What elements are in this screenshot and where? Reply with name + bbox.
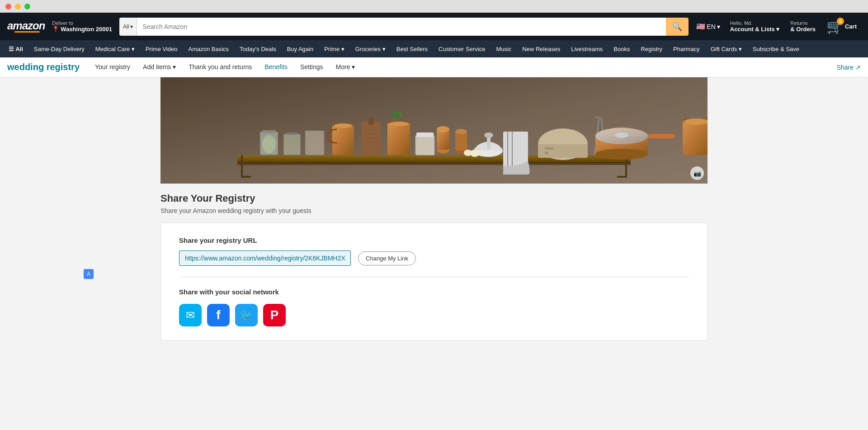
divider [179, 277, 689, 277]
navbar: ☰ All Same-Day Delivery Medical Care ▾ P… [0, 40, 868, 57]
search-bar: All ▾ 🔍 [119, 18, 689, 36]
content-area: Share Your Registry Share your Amazon we… [0, 184, 868, 350]
svg-point-33 [484, 132, 493, 138]
svg-rect-14 [368, 117, 374, 125]
svg-rect-7 [283, 134, 301, 155]
subnav-your-registry[interactable]: Your registry [89, 57, 137, 77]
search-category-select[interactable]: All ▾ [119, 18, 137, 36]
nav-prime[interactable]: Prime ▾ [319, 43, 349, 56]
pinterest-icon: P [270, 308, 279, 322]
svg-text:00: 00 [545, 151, 548, 155]
share-pinterest-button[interactable]: P [263, 304, 286, 326]
close-button[interactable] [5, 4, 11, 9]
nav-medical[interactable]: Medical Care ▾ [90, 43, 140, 56]
logo-arrow [13, 31, 40, 33]
nav-prime-video[interactable]: Prime Video [141, 43, 183, 56]
svg-point-22 [392, 111, 399, 118]
returns-button[interactable]: Returns & Orders [786, 18, 820, 35]
page-subtitle: Share your Amazon wedding registry with … [160, 207, 708, 214]
deliver-city: 📍 Washington 20001 [52, 26, 112, 33]
translate-symbol: A [87, 271, 90, 277]
hero-kitchen-image: TIPO 00 [160, 77, 708, 184]
nav-pharmacy[interactable]: Pharmacy [668, 43, 705, 56]
flag-icon: 🇺🇸 [696, 22, 705, 31]
registry-url-input[interactable] [179, 250, 351, 266]
svg-point-50 [615, 132, 628, 138]
camera-icon[interactable]: 📷 [690, 166, 704, 180]
cart-icon-container: 🛒 0 [826, 19, 843, 34]
share-facebook-button[interactable]: f [207, 304, 230, 326]
cart-count: 0 [837, 18, 844, 25]
sub-nav: wedding registry Your registry Add items… [0, 57, 868, 77]
svg-rect-52 [683, 120, 708, 155]
svg-rect-24 [416, 132, 434, 137]
maximize-button[interactable] [24, 4, 30, 9]
svg-point-35 [464, 150, 472, 156]
subnav-thank-you[interactable]: Thank you and returns [182, 57, 258, 77]
subnav-settings[interactable]: Settings [294, 57, 330, 77]
svg-rect-19 [387, 123, 410, 155]
nav-amazon-basics[interactable]: Amazon Basics [184, 43, 234, 56]
search-icon: 🔍 [672, 22, 682, 32]
search-button[interactable]: 🔍 [666, 18, 689, 36]
svg-point-12 [334, 123, 352, 128]
change-link-button[interactable]: Change My Link [358, 251, 416, 265]
cart-button[interactable]: 🛒 0 Cart [822, 16, 861, 37]
search-input[interactable] [137, 18, 666, 36]
svg-point-6 [262, 135, 276, 153]
translate-icon[interactable]: A [84, 269, 94, 279]
pin-icon: 📍 [52, 26, 59, 33]
nav-buy-again[interactable]: Buy Again [282, 43, 319, 56]
nav-best-sellers[interactable]: Best Sellers [392, 43, 433, 56]
cart-label: Cart [845, 23, 857, 30]
nav-music[interactable]: Music [491, 43, 516, 56]
svg-point-30 [455, 129, 467, 134]
svg-point-27 [437, 126, 449, 132]
nav-books[interactable]: Books [609, 43, 635, 56]
deliver-to[interactable]: Deliver to 📍 Washington 20001 [49, 19, 115, 33]
share-top-button[interactable]: Share ↗ [837, 64, 861, 71]
nav-livestreams[interactable]: Livestreams [566, 43, 608, 56]
deliver-label: Deliver to [52, 20, 112, 26]
share-email-button[interactable]: ✉ [179, 304, 202, 326]
social-label: Share with your social network [179, 288, 689, 296]
share-twitter-button[interactable]: 🐦 [235, 304, 258, 326]
language-selector[interactable]: 🇺🇸 EN ▾ [693, 20, 723, 33]
subnav-benefits[interactable]: Benefits [258, 57, 294, 77]
titlebar [0, 0, 868, 13]
email-icon: ✉ [186, 309, 195, 321]
header: amazon Deliver to 📍 Washington 20001 All… [0, 13, 868, 40]
svg-rect-51 [648, 134, 675, 138]
svg-rect-5 [262, 130, 276, 133]
registry-title[interactable]: wedding registry [7, 62, 80, 72]
nav-subscribe-save[interactable]: Subscribe & Save [748, 43, 804, 56]
nav-new-releases[interactable]: New Releases [517, 43, 565, 56]
svg-rect-3 [237, 162, 631, 165]
nav-groceries[interactable]: Groceries ▾ [350, 43, 391, 56]
minimize-button[interactable] [15, 4, 21, 9]
page-title: Share Your Registry [160, 193, 708, 204]
logo-text: amazon [7, 20, 45, 31]
svg-rect-8 [286, 132, 298, 135]
svg-text:TIPO: TIPO [545, 146, 553, 151]
account-button[interactable]: Hello, Md. Account & Lists ▾ [726, 18, 784, 35]
subnav-add-items[interactable]: Add items ▾ [137, 57, 182, 77]
twitter-icon: 🐦 [240, 309, 253, 321]
nav-todays-deals[interactable]: Today's Deals [235, 43, 281, 56]
url-row: Change My Link [179, 250, 689, 266]
svg-point-21 [389, 122, 409, 126]
hero-banner: TIPO 00 [160, 77, 708, 184]
social-icons: ✉ f 🐦 P [179, 304, 689, 326]
nav-all[interactable]: ☰ All [4, 43, 28, 56]
nav-gift-cards[interactable]: Gift Cards ▾ [706, 43, 747, 56]
facebook-icon: f [216, 308, 220, 322]
svg-rect-23 [415, 135, 434, 155]
nav-same-day[interactable]: Same-Day Delivery [29, 43, 90, 56]
nav-registry[interactable]: Registry [636, 43, 667, 56]
svg-rect-9 [305, 131, 324, 155]
nav-customer-service[interactable]: Customer Service [434, 43, 490, 56]
chevron-down-icon: ▾ [717, 23, 720, 30]
content-wrapper: Share Your Registry Share your Amazon we… [160, 193, 708, 340]
subnav-more[interactable]: More ▾ [330, 57, 362, 77]
amazon-logo[interactable]: amazon [7, 20, 45, 33]
